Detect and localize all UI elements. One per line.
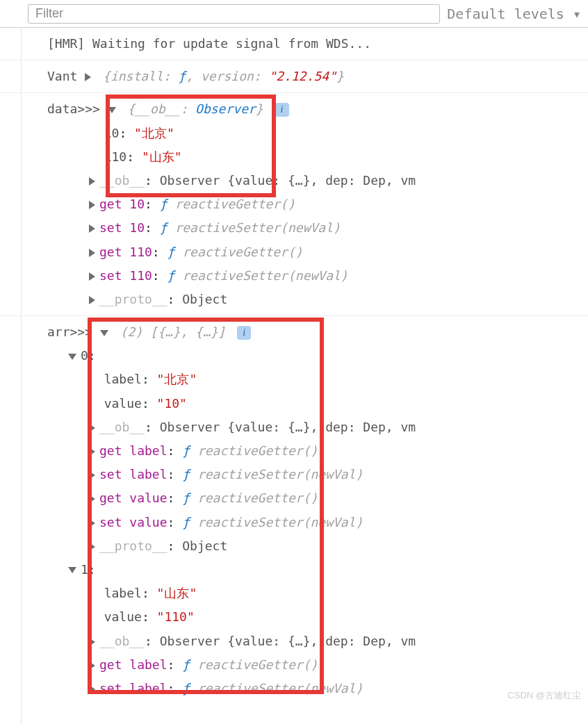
expand-icon[interactable] [89, 495, 95, 503]
array-index[interactable]: 0: [47, 344, 588, 368]
console-output: [HMR] Waiting for update signal from WDS… [0, 28, 588, 705]
expand-icon[interactable] [89, 296, 95, 304]
expand-icon[interactable] [89, 685, 95, 693]
collapse-icon[interactable] [68, 567, 76, 573]
collapse-icon[interactable] [68, 354, 76, 360]
expand-icon[interactable] [89, 424, 95, 432]
expand-icon[interactable] [89, 638, 95, 646]
property-row[interactable]: __ob__: Observer {value: {…}, dep: Dep, … [47, 630, 588, 653]
watermark: CSDN @古迪红尘 [507, 689, 581, 702]
property-row[interactable]: set label: ƒ reactiveSetter(newVal) [47, 463, 588, 486]
expand-icon[interactable] [89, 177, 95, 186]
property-row[interactable]: set value: ƒ reactiveSetter(newVal) [47, 511, 588, 534]
expand-icon[interactable] [89, 543, 95, 551]
expand-icon[interactable] [89, 224, 95, 233]
log-levels-dropdown[interactable]: Default levels ▾ [447, 6, 581, 22]
info-icon[interactable]: i [275, 103, 289, 117]
expand-icon[interactable] [89, 272, 95, 281]
expand-icon[interactable] [89, 661, 95, 670]
log-message: [HMR] Waiting for update signal from WDS… [0, 28, 588, 60]
expand-icon[interactable] [89, 201, 95, 209]
property-row[interactable]: get 10: ƒ reactiveGetter() [47, 192, 588, 216]
property-row[interactable]: get label: ƒ reactiveGetter() [47, 439, 588, 463]
property-row[interactable]: label: "山东" [47, 582, 588, 605]
property-row[interactable]: set 10: ƒ reactiveSetter(newVal) [47, 216, 588, 240]
property-row[interactable]: set 110: ƒ reactiveSetter(newVal) [47, 264, 588, 288]
property-row[interactable]: get label: ƒ reactiveGetter() [47, 653, 588, 677]
log-object-vant[interactable]: Vant {install: ƒ, version: "2.12.54"} [0, 60, 588, 93]
array-index[interactable]: 1: [47, 558, 588, 582]
collapse-icon[interactable] [100, 330, 108, 336]
chevron-down-icon: ▾ [573, 6, 581, 22]
expand-icon[interactable] [89, 471, 95, 479]
console-toolbar: Default levels ▾ [0, 0, 588, 28]
property-row[interactable]: get value: ƒ reactiveGetter() [47, 486, 588, 510]
property-row[interactable]: label: "北京" [47, 368, 588, 391]
property-row[interactable]: get 110: ƒ reactiveGetter() [47, 240, 588, 264]
filter-input[interactable] [28, 4, 440, 24]
expand-icon[interactable] [89, 519, 95, 527]
property-row[interactable]: set label: ƒ reactiveSetter(newVal) [47, 677, 588, 700]
property-row[interactable]: 110: "山东" [47, 145, 588, 169]
property-row[interactable]: __proto__: Object [47, 288, 588, 311]
property-row[interactable]: value: "110" [47, 605, 588, 629]
expand-icon[interactable] [89, 249, 95, 257]
property-row[interactable]: 10: "北京" [47, 122, 588, 145]
log-arr-object: arr>>> (2) [{…}, {…}] i 0: label: "北京" v… [0, 316, 588, 705]
collapse-icon[interactable] [108, 107, 116, 113]
property-row[interactable]: __proto__: Object [47, 534, 588, 558]
expand-icon[interactable] [89, 447, 95, 456]
property-row[interactable]: __ob__: Observer {value: {…}, dep: Dep, … [47, 416, 588, 439]
expand-icon[interactable] [85, 73, 91, 81]
property-row[interactable]: __ob__: Observer {value: {…}, dep: Dep, … [47, 169, 588, 192]
log-data-object: data>>> {__ob__: Observer} i 10: "北京" 11… [0, 93, 588, 316]
info-icon[interactable]: i [237, 326, 251, 340]
property-row[interactable]: value: "10" [47, 392, 588, 416]
